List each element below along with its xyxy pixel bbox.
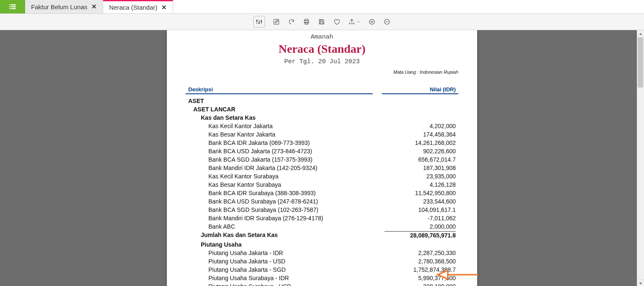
tab-faktur-belum-lunas[interactable]: Faktur Belum Lunas ✕ xyxy=(25,0,103,13)
filter-button[interactable] xyxy=(253,16,265,28)
favorite-button[interactable] xyxy=(333,18,340,26)
company-name: Amanah xyxy=(186,33,458,41)
row-value: 187,301,908 xyxy=(384,164,456,172)
row-description: Bank BCA IDR Surabaya (388-308-3993) xyxy=(188,189,384,197)
row-description: Bank Mandiri IDR Surabaya (276-129-4178) xyxy=(188,214,384,222)
report-row: Piutang Usaha Surabaya - IDR5,990,377,50… xyxy=(186,274,458,282)
refresh-icon xyxy=(288,18,295,25)
report-row: Jumlah Kas dan Setara Kas28,089,765,971.… xyxy=(186,231,458,240)
row-value xyxy=(384,97,456,105)
menu-list-icon xyxy=(8,3,17,11)
svg-rect-4 xyxy=(10,8,11,9)
save-icon xyxy=(318,18,325,25)
row-description: Piutang Usaha Surabaya - USD xyxy=(188,283,384,286)
svg-marker-23 xyxy=(639,33,642,34)
report-currency: Mata Uang : Indonesian Rupiah xyxy=(186,70,458,75)
row-value: 14,261,268,002 xyxy=(384,139,456,147)
save-button[interactable] xyxy=(318,18,325,26)
row-value: 174,458,364 xyxy=(384,131,456,138)
svg-rect-2 xyxy=(10,6,11,8)
row-value: 656,672,014.7 xyxy=(384,156,456,163)
sliders-icon xyxy=(256,18,262,25)
col-header-value: Nilai (IDR) xyxy=(382,86,458,94)
row-value: 28,089,765,971.8 xyxy=(384,231,456,239)
minus-circle-icon xyxy=(384,18,390,25)
scrollbar-thumb[interactable] xyxy=(638,37,643,88)
close-icon[interactable]: ✕ xyxy=(161,4,167,11)
report-row: Piutang Usaha Jakarta - SGD1,752,874,388… xyxy=(186,265,458,274)
report-workspace: Amanah Neraca (Standar) Per Tgl. 20 Jul … xyxy=(0,30,644,286)
report-row: Bank Mandiri IDR Surabaya (276-129-4178)… xyxy=(186,214,458,222)
row-value: 2,780,368,500 xyxy=(384,258,456,265)
chevron-down-icon xyxy=(639,281,643,286)
row-value: 1,752,874,388.7 xyxy=(384,266,456,273)
row-value: 233,544,600 xyxy=(384,198,456,205)
row-value: 4,126,128 xyxy=(384,181,456,188)
row-value xyxy=(384,241,456,248)
row-description: Kas Besar Kantor Jakarta xyxy=(188,131,384,138)
svg-rect-1 xyxy=(11,4,16,5)
tab-neraca-standar[interactable]: Neraca (Standar) ✕ xyxy=(103,0,173,13)
report-row: Bank BCA IDR Surabaya (388-308-3993)11,5… xyxy=(186,189,458,197)
report-row: Piutang Usaha Jakarta - USD2,780,368,500 xyxy=(186,257,458,265)
report-row: Bank BCA USD Surabaya (247-878-6241)233,… xyxy=(186,197,458,206)
report-row: Kas Kecil Kantor Jakarta4,202,000 xyxy=(186,122,458,130)
vertical-scrollbar[interactable] xyxy=(637,30,644,286)
edit-button[interactable] xyxy=(273,18,280,26)
svg-rect-15 xyxy=(305,22,308,24)
refresh-button[interactable] xyxy=(288,18,295,26)
printer-icon xyxy=(303,18,310,25)
tab-label: Faktur Belum Lunas xyxy=(31,3,87,10)
chevron-down-icon xyxy=(356,20,361,24)
row-description: Bank ABC xyxy=(188,223,384,230)
report-row: Piutang Usaha xyxy=(186,240,458,249)
chevron-up-icon xyxy=(639,32,643,36)
report-row: Bank BCA IDR Jakarta (069-773-3993)14,26… xyxy=(186,139,458,147)
close-icon[interactable]: ✕ xyxy=(91,3,97,10)
report-row: Bank Mandiri IDR Jakarta (142-205-9324)1… xyxy=(186,164,458,172)
svg-marker-24 xyxy=(639,282,642,284)
row-description: Kas Kecil Kantor Surabaya xyxy=(188,173,384,180)
tab-strip: Faktur Belum Lunas ✕ Neraca (Standar) ✕ xyxy=(0,0,644,14)
report-row: ASET xyxy=(186,97,458,105)
row-description: Bank BCA IDR Jakarta (069-773-3993) xyxy=(188,139,384,147)
report-row: Bank BCA SGD Surabaya (102-263-7587)104,… xyxy=(186,206,458,214)
row-description: Kas dan Setara Kas xyxy=(188,114,384,121)
row-description: Bank BCA USD Surabaya (247-878-6241) xyxy=(188,198,384,205)
zoom-out-button[interactable] xyxy=(383,18,391,26)
report-date: Per Tgl. 20 Jul 2023 xyxy=(186,58,458,65)
print-button[interactable] xyxy=(303,18,310,26)
report-toolbar xyxy=(0,14,644,30)
row-value xyxy=(384,114,456,121)
col-header-description: Deskripsi xyxy=(186,86,373,94)
export-icon-wrap xyxy=(348,18,356,26)
scroll-up-button[interactable] xyxy=(637,30,644,38)
plus-circle-icon xyxy=(369,18,375,25)
scroll-down-button[interactable] xyxy=(637,279,644,286)
row-value: 5,990,377,500 xyxy=(384,274,456,282)
row-description: Jumlah Kas dan Setara Kas xyxy=(188,231,384,239)
svg-rect-3 xyxy=(11,6,16,8)
svg-rect-5 xyxy=(11,8,16,9)
report-row: Piutang Usaha Surabaya - USD328,180,000 xyxy=(186,282,458,286)
export-button[interactable] xyxy=(348,18,361,26)
svg-rect-12 xyxy=(274,19,279,24)
row-description: Bank BCA SGD Surabaya (102-263-7587) xyxy=(188,206,384,214)
heart-icon xyxy=(333,18,340,25)
row-description: Bank BCA USD Jakarta (273-846-4723) xyxy=(188,147,384,155)
pencil-square-icon xyxy=(273,18,280,25)
svg-rect-17 xyxy=(320,22,323,24)
report-row: ASET LANCAR xyxy=(186,105,458,113)
home-button[interactable] xyxy=(0,0,25,13)
row-value: 2,000,000 xyxy=(384,223,456,230)
zoom-in-button[interactable] xyxy=(368,18,376,26)
row-description: Piutang Usaha Jakarta - USD xyxy=(188,258,384,265)
report-row: Kas Kecil Kantor Surabaya23,935,000 xyxy=(186,172,458,180)
row-value: 104,091,617.1 xyxy=(384,206,456,214)
row-description: Kas Besar Kantor Surabaya xyxy=(188,181,384,188)
row-value: 902,226,600 xyxy=(384,147,456,155)
tab-label: Neraca (Standar) xyxy=(109,4,157,11)
row-value: 328,180,000 xyxy=(384,283,456,286)
row-description: Bank Mandiri IDR Jakarta (142-205-9324) xyxy=(188,164,384,172)
report-row: Kas Besar Kantor Surabaya4,126,128 xyxy=(186,180,458,189)
